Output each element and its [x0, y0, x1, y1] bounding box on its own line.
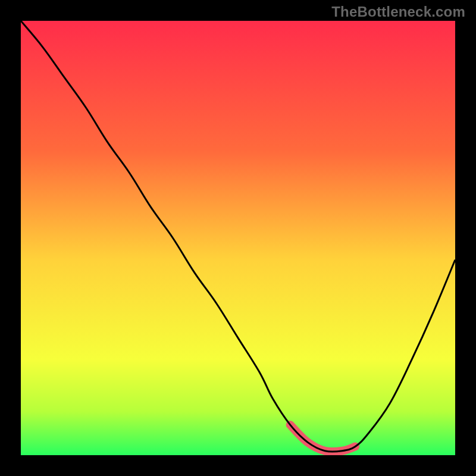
- watermark-text: TheBottleneck.com: [331, 4, 465, 20]
- gradient-plot-area: [21, 21, 455, 455]
- bottleneck-chart: [0, 0, 476, 476]
- chart-frame: { "watermark": "TheBottleneck.com", "col…: [0, 0, 476, 476]
